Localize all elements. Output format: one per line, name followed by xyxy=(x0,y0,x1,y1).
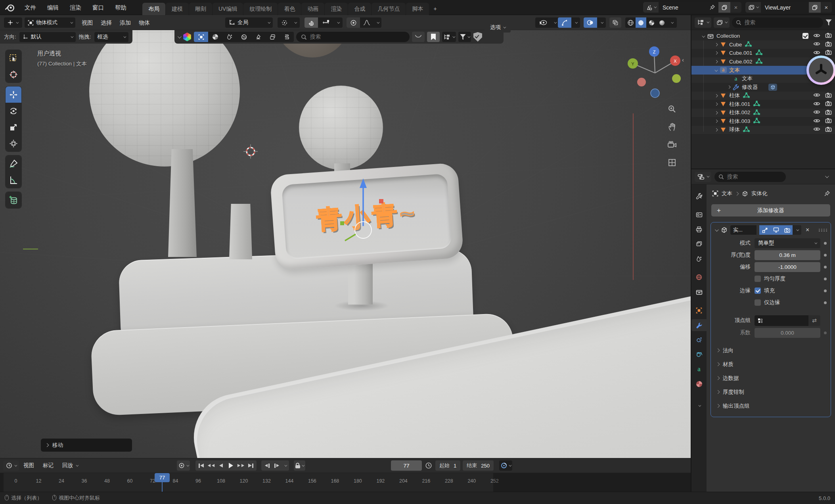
render-visibility-toggle[interactable] xyxy=(825,92,832,99)
snap-dropdown[interactable] xyxy=(334,17,342,28)
collapse-chevron-icon[interactable] xyxy=(178,34,182,38)
outliner-filter-id-button[interactable] xyxy=(714,17,730,28)
render-visibility-toggle[interactable] xyxy=(825,109,832,116)
viewlayer-remove-button[interactable]: × xyxy=(821,2,832,13)
sync-dropdown[interactable] xyxy=(499,460,512,471)
current-frame-field[interactable]: 77 xyxy=(391,460,422,471)
viewlayer-name[interactable]: ViewLayer xyxy=(761,4,809,11)
app-menu-item[interactable]: 编辑 xyxy=(42,0,64,15)
frame-end-field[interactable]: 结束250 xyxy=(463,460,494,471)
timeline-ruler[interactable]: 0122436486072849610812013214415616818019… xyxy=(0,473,691,492)
properties-editor-type-button[interactable] xyxy=(695,172,711,182)
workspace-tab[interactable]: 脚本 xyxy=(406,3,429,15)
workspace-tab[interactable]: 布局 xyxy=(142,3,165,15)
add-primitive-tool[interactable] xyxy=(6,192,21,208)
shield-check-icon[interactable] xyxy=(473,32,482,42)
keyframe-dot[interactable] xyxy=(824,242,827,245)
render-visibility-toggle[interactable] xyxy=(825,41,832,48)
expander-icon[interactable] xyxy=(713,94,720,97)
hide-eye-toggle[interactable] xyxy=(813,109,820,116)
move-gizmo[interactable] xyxy=(301,171,428,266)
properties-tab-object[interactable] xyxy=(691,305,707,316)
shading-dropdown[interactable] xyxy=(667,17,676,28)
outliner-item-label[interactable]: Cube.002 xyxy=(729,59,753,65)
outliner-row[interactable]: 修改器 xyxy=(691,83,835,92)
render-visibility-toggle[interactable] xyxy=(825,33,832,39)
keyframe-dot[interactable] xyxy=(824,301,827,304)
box-select-filter-icon[interactable] xyxy=(194,32,208,42)
properties-tab-object-data[interactable]: a xyxy=(691,363,707,375)
scene-unlink-button[interactable]: × xyxy=(730,2,741,13)
hide-eye-toggle[interactable] xyxy=(813,126,820,133)
outliner-item-label[interactable]: 球体 xyxy=(729,126,740,133)
falloff-curve-icon[interactable] xyxy=(360,17,373,28)
overlays-toggle-icon[interactable] xyxy=(584,17,597,28)
properties-tab-physics[interactable] xyxy=(691,349,707,360)
properties-tab-render[interactable] xyxy=(691,209,707,220)
app-menu-item[interactable]: 文件 xyxy=(19,0,42,15)
outliner-item-label[interactable]: 柱体.002 xyxy=(729,109,750,116)
viewlayer-copy-button[interactable] xyxy=(809,2,821,13)
move-tool[interactable] xyxy=(6,86,21,103)
expander-icon[interactable] xyxy=(713,128,720,131)
modifier-extras-dropdown[interactable] xyxy=(793,225,801,235)
keyframe-dot[interactable] xyxy=(824,289,827,292)
jump-to-start-button[interactable] xyxy=(196,461,206,470)
modifier-editmode-toggle[interactable] xyxy=(759,225,770,235)
pin-icon[interactable] xyxy=(709,4,715,10)
properties-options-chevron[interactable] xyxy=(825,174,829,178)
outliner-row[interactable]: 柱体.003 xyxy=(691,117,835,126)
hide-eye-toggle[interactable] xyxy=(813,118,820,125)
workspace-tab[interactable]: 纹理绘制 xyxy=(243,3,278,15)
modifier-section-row[interactable]: 法向 xyxy=(711,343,831,357)
render-visibility-toggle[interactable] xyxy=(825,101,832,107)
small-sphere-object[interactable] xyxy=(299,86,383,170)
next-frame-button[interactable] xyxy=(272,461,282,470)
mode-dropdown[interactable]: 物体模式 xyxy=(25,17,75,28)
workspace-tab[interactable]: 合成 xyxy=(348,3,371,15)
expander-icon[interactable] xyxy=(713,103,720,105)
scene-icon[interactable] xyxy=(643,2,659,13)
viewport-menu-item[interactable]: 添加 xyxy=(116,15,135,30)
contrast-sphere-filter-icon[interactable] xyxy=(208,32,222,42)
outliner-row[interactable]: 柱体.001 xyxy=(691,100,835,109)
select-box-tool[interactable] xyxy=(6,50,21,66)
camera-view-widget-icon[interactable] xyxy=(665,138,679,151)
expander-icon[interactable] xyxy=(713,60,720,63)
modifier-section-row[interactable]: 边数据 xyxy=(711,371,831,385)
offset-field[interactable]: -1.0000 xyxy=(755,262,820,272)
outliner-row[interactable]: 柱体.002 xyxy=(691,109,835,117)
filter-funnel-dropdown[interactable] xyxy=(458,32,471,42)
expander-icon[interactable] xyxy=(700,34,707,37)
next-keyframe-button[interactable] xyxy=(236,461,246,470)
operator-panel[interactable]: 移动 xyxy=(41,439,132,452)
tool-options-dropdown[interactable]: 选项 xyxy=(485,22,511,33)
workspace-tab[interactable]: 建模 xyxy=(166,3,189,15)
only-rim-checkbox[interactable] xyxy=(755,299,761,306)
even-thickness-checkbox[interactable] xyxy=(755,276,761,282)
render-visibility-toggle[interactable] xyxy=(825,50,832,56)
scale-tool[interactable] xyxy=(6,119,21,135)
outliner-item-label[interactable]: 柱体.001 xyxy=(729,101,750,108)
drag-dropdown[interactable]: 框选 xyxy=(94,32,128,42)
breadcrumb-modifier[interactable]: 实体化 xyxy=(751,190,768,197)
breadcrumb-object[interactable]: 文本 xyxy=(722,190,732,197)
play-button[interactable] xyxy=(226,461,236,470)
outliner-item-label[interactable]: 柱体.003 xyxy=(729,118,750,125)
modifier-name-field[interactable]: 实... xyxy=(730,225,756,235)
navigation-gizmo[interactable]: Z X Y xyxy=(626,44,685,103)
mode-dropdown[interactable]: 简单型 xyxy=(755,238,820,248)
hide-eye-toggle[interactable] xyxy=(813,92,820,99)
shading-solid-icon[interactable] xyxy=(636,17,646,28)
xray-toggle-icon[interactable] xyxy=(609,17,621,28)
expander-icon[interactable] xyxy=(713,69,720,71)
properties-tab-particles[interactable] xyxy=(691,334,707,346)
frame-step-dropdown[interactable] xyxy=(282,461,288,470)
frame-start-field[interactable]: 起始1 xyxy=(435,460,460,471)
show-object-types-icon[interactable] xyxy=(535,17,550,28)
expander-icon[interactable] xyxy=(713,120,720,123)
viewport-menu-item[interactable]: 选择 xyxy=(97,15,116,30)
properties-tab-scene[interactable] xyxy=(691,253,707,264)
measure-tool[interactable] xyxy=(6,172,21,188)
properties-search-input[interactable]: 搜索 xyxy=(714,172,786,182)
